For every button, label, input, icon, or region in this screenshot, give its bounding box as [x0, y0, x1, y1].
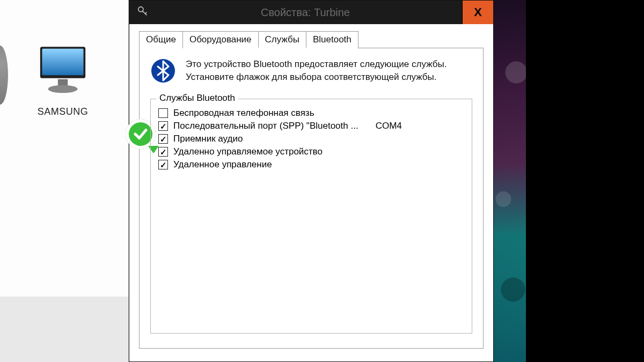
svg-point-3	[48, 85, 78, 93]
tab-bluetooth[interactable]: Bluetooth	[306, 31, 358, 48]
key-icon	[137, 5, 149, 19]
service-row-0: Беспроводная телефонная связь	[158, 108, 464, 119]
window-title: Свойства: Turbine	[149, 6, 462, 19]
wallpaper-strip	[494, 0, 644, 362]
service-checkbox-2[interactable]	[158, 134, 168, 144]
tab-strip: Общие Оборудование Службы Bluetooth	[139, 31, 484, 48]
bluetooth-icon	[150, 58, 176, 86]
service-checkbox-4[interactable]	[158, 160, 168, 169]
desktop-icon-samsung[interactable]: SAMSUNG	[33, 42, 92, 117]
service-checkbox-0[interactable]	[158, 108, 168, 118]
service-row-2: Приемник аудио	[158, 134, 464, 144]
partial-desktop-icon	[0, 46, 8, 105]
desktop-icon-label: SAMSUNG	[33, 106, 92, 117]
tab-services[interactable]: Службы	[258, 31, 306, 48]
service-row-3: Удаленно управляемое устройство	[158, 146, 464, 157]
service-label: Приемник аудио	[173, 134, 243, 144]
services-description: Это устройство Bluetooth предоставляет с…	[186, 58, 447, 84]
properties-dialog: Свойства: Turbine X Общие Оборудование С…	[129, 0, 494, 362]
svg-rect-1	[42, 49, 84, 75]
services-groupbox: Службы Bluetooth Беспроводная телефонная…	[150, 99, 472, 334]
desktop-area: SAMSUNG	[0, 0, 129, 362]
groupbox-legend: Службы Bluetooth	[156, 93, 238, 104]
tab-hardware[interactable]: Оборудование	[182, 31, 259, 48]
service-label: Беспроводная телефонная связь	[173, 108, 314, 119]
service-checkbox-3[interactable]	[158, 147, 168, 157]
service-label: Удаленно управляемое устройство	[173, 146, 323, 157]
svg-rect-2	[58, 79, 68, 86]
wallpaper-color	[494, 0, 526, 362]
service-row-1: Последовательный порт (SPP) "Bluetooth .…	[158, 121, 464, 131]
dialog-client-area: Общие Оборудование Службы Bluetooth Это …	[129, 24, 493, 349]
service-port: COM4	[376, 121, 402, 131]
title-bar[interactable]: Свойства: Turbine X	[129, 1, 493, 24]
tab-panel-services: Это устройство Bluetooth предоставляет с…	[139, 48, 484, 349]
monitor-icon	[33, 93, 92, 102]
service-row-4: Удаленное управление	[158, 159, 464, 170]
tab-general[interactable]: Общие	[139, 31, 183, 48]
service-label: Удаленное управление	[173, 159, 272, 170]
close-icon: X	[474, 5, 482, 19]
close-button[interactable]: X	[462, 1, 493, 24]
service-checkbox-1[interactable]	[158, 121, 168, 131]
service-label: Последовательный порт (SPP) "Bluetooth .…	[173, 121, 358, 131]
